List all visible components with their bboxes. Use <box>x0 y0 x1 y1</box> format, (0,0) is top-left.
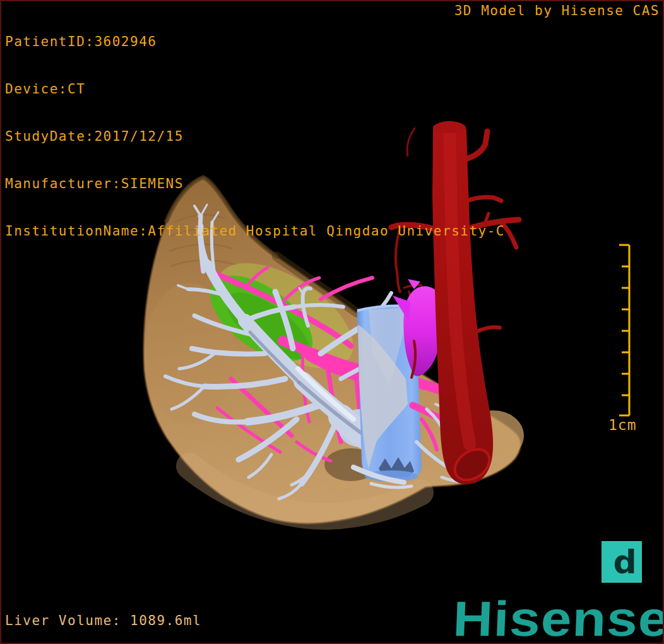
liver-volume-readout: Liver Volume: 1089.6ml <box>5 613 201 628</box>
hisense-logo: Hisense <box>452 590 664 644</box>
patient-info-overlay: PatientID:3602946 Device:CT StudyDate:20… <box>5 3 505 271</box>
device-line: Device:CT <box>5 81 505 97</box>
scale-label: 1cm <box>608 417 637 433</box>
patient-id-line: PatientID:3602946 <box>5 34 505 50</box>
hisense-d-icon: d <box>602 541 642 583</box>
credit-overlay: 3D Model by Hisense CAS <box>454 3 660 18</box>
cas-3d-viewer-window: PatientID:3602946 Device:CT StudyDate:20… <box>0 0 664 644</box>
scale-ruler <box>619 245 629 415</box>
manufacturer-line: Manufacturer:SIEMENS <box>5 176 505 192</box>
institution-line: InstitutionName:Affiliated Hospital Qing… <box>5 224 505 239</box>
study-date-line: StudyDate:2017/12/15 <box>5 129 505 145</box>
d-icon-letter: d <box>613 543 636 581</box>
